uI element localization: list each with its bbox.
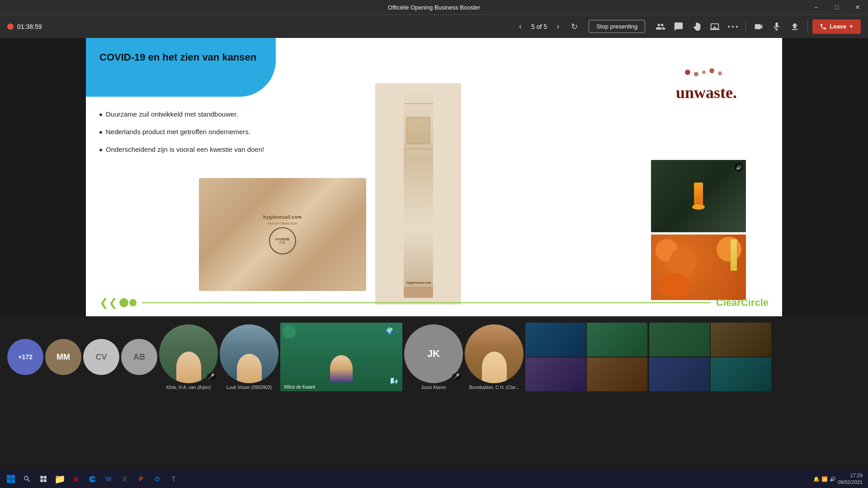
- participant-luuk-name: Luuk Visser (0950903): [226, 385, 272, 390]
- participant-arjen: 🎤 Klink, H.A. van (Arjen): [159, 324, 218, 390]
- participant-cv-avatar: CV: [83, 339, 119, 375]
- grid-tile-2: [649, 323, 771, 391]
- participant-count-avatar: +172: [7, 339, 43, 375]
- participant-joost-name: Joost Klaren: [421, 385, 446, 390]
- leave-button[interactable]: Leave ▼: [812, 19, 861, 34]
- wood-box-image: hygienezuil.com Part of ClearCircle HYGI…: [199, 178, 366, 291]
- participant-ab-avatar: AB: [121, 339, 157, 375]
- word-icon[interactable]: W: [101, 472, 116, 486]
- leave-chevron-icon: ▼: [849, 24, 854, 29]
- unwaste-logo: unwaste.: [676, 83, 737, 102]
- file-explorer-icon[interactable]: 📁: [52, 472, 67, 486]
- grid-tile-1: [525, 323, 647, 391]
- timer-display: 01:38:59: [17, 23, 42, 30]
- camera-icon[interactable]: [750, 19, 767, 35]
- outlook-icon[interactable]: O: [150, 472, 165, 486]
- bullet-text-1: Duurzame zuil ontwikkeld met standbouwer…: [106, 110, 238, 118]
- windows-start-icon[interactable]: [4, 472, 18, 486]
- product-image-top: 🔊: [651, 160, 746, 232]
- mic-icon-arjen: 🎤: [207, 373, 216, 380]
- chat-icon[interactable]: [670, 19, 687, 35]
- task-view-icon[interactable]: [36, 472, 51, 486]
- participants-bar: +172 MM CV AB 🎤 Klink, H.A. van (Arjen): [0, 316, 868, 398]
- bullet-dot: [99, 131, 102, 134]
- excel-icon[interactable]: X: [118, 472, 132, 486]
- maximize-button[interactable]: □: [826, 0, 847, 14]
- slide-bullets: Duurzame zuil ontwikkeld met standbouwer…: [99, 110, 264, 163]
- edge-icon[interactable]: [85, 472, 99, 486]
- bullet-text-2: Nederlands product met getroffen onderne…: [106, 128, 250, 136]
- slide-header-blob: [86, 38, 276, 97]
- slide-footer: ❮❮ ClearCircle: [86, 289, 782, 316]
- bullet-dot: [99, 149, 102, 151]
- hand-icon[interactable]: [689, 19, 705, 35]
- taskbar-clock[interactable]: 17:29 09/02/2021: [838, 472, 863, 486]
- slide-title: COVID-19 en het zien van kansen: [99, 52, 256, 63]
- participant-arjen-name: Klink, H.A. van (Arjen): [166, 385, 211, 390]
- participant-cv: CV: [83, 339, 119, 375]
- wood-tower-image: hygienezuil.com: [375, 83, 461, 305]
- window-title: Officiële Opening Business Booster: [388, 4, 480, 11]
- slide-navigation: ‹ 5 of 5 › ↻: [513, 19, 581, 34]
- footer-line: [142, 302, 711, 303]
- participant-ab: AB: [121, 339, 157, 375]
- bullet-text-3: Onderscheidend zijn is vooral een kwesti…: [106, 145, 264, 153]
- close-button[interactable]: ✕: [847, 0, 868, 14]
- share-screen-icon[interactable]: [707, 19, 723, 35]
- footer-leaf-icon: ❮❮: [99, 296, 118, 309]
- participant-bonebakker-name: Bonebakker, C.H. (Clar...: [469, 385, 519, 390]
- participant-joost: JK 🎤 Joost Klaren: [404, 324, 463, 390]
- svg-point-1: [732, 26, 734, 28]
- participant-wilco-tile: 🌍 🌬️ Wilco de Kwant: [280, 323, 402, 391]
- svg-point-2: [736, 26, 738, 28]
- taskbar-date: 09/02/2021: [838, 479, 863, 486]
- window-controls: − □ ✕: [806, 0, 868, 14]
- microphone-icon[interactable]: [769, 19, 785, 35]
- participant-luuk: Luuk Visser (0950903): [220, 324, 278, 390]
- bullet-3: Onderscheidend zijn is vooral een kwesti…: [99, 145, 264, 153]
- prev-slide-button[interactable]: ‹: [513, 19, 528, 34]
- unwaste-logo-text: unwaste.: [676, 84, 737, 102]
- next-slide-button[interactable]: ›: [551, 19, 565, 34]
- footer-brand-name: ClearCircle: [716, 297, 769, 309]
- participant-wilco: 🌍 🌬️ Wilco de Kwant: [280, 323, 402, 391]
- taskbar: 📁 N W X P O T 🔔 📶 🔊 17:29 09/02/2021: [0, 470, 868, 488]
- participant-count-label: +172: [18, 353, 33, 361]
- title-bar: Officiële Opening Business Booster − □ ✕: [0, 0, 868, 14]
- leave-label: Leave: [830, 23, 846, 30]
- stop-presenting-button[interactable]: Stop presenting: [589, 20, 645, 33]
- participant-bonebakker: Bonebakker, C.H. (Clar...: [465, 324, 524, 390]
- slide-container: COVID-19 en het zien van kansen Duurzame…: [86, 38, 782, 316]
- bullet-2: Nederlands product met getroffen onderne…: [99, 128, 264, 136]
- svg-point-0: [728, 26, 730, 28]
- taskbar-time: 17:29: [838, 472, 863, 479]
- participant-wilco-name: Wilco de Kwant: [284, 385, 315, 389]
- participant-bonebakker-avatar: [465, 324, 524, 383]
- recording-indicator: [7, 23, 14, 30]
- mic-icon-joost: 🎤: [452, 373, 461, 380]
- refresh-button[interactable]: ↻: [567, 19, 581, 34]
- upload-icon[interactable]: [787, 19, 803, 35]
- toolbar: 01:38:59 ‹ 5 of 5 › ↻ Stop presenting: [0, 14, 868, 38]
- sound-icon[interactable]: 🔊: [830, 476, 836, 482]
- wood-badge: HYGIËNE ZUIL: [269, 227, 296, 254]
- teams-icon[interactable]: T: [166, 472, 181, 486]
- people-icon[interactable]: [652, 19, 669, 35]
- participant-count: +172: [7, 339, 43, 375]
- search-icon[interactable]: [20, 472, 34, 486]
- product-top-visual: 🔊: [651, 160, 746, 232]
- powerpoint-icon[interactable]: P: [134, 472, 148, 486]
- more-options-icon[interactable]: [725, 19, 741, 35]
- system-tray: 🔔 📶 🔊: [813, 476, 836, 482]
- netflix-icon[interactable]: N: [69, 472, 83, 486]
- participant-luuk-avatar: [220, 324, 278, 383]
- participant-mm-avatar: MM: [45, 339, 81, 375]
- minimize-button[interactable]: −: [806, 0, 826, 14]
- network-icon[interactable]: 📶: [821, 476, 828, 482]
- bullet-1: Duurzame zuil ontwikkeld met standbouwer…: [99, 110, 264, 118]
- notification-icon[interactable]: 🔔: [813, 476, 820, 482]
- bullet-dot: [99, 113, 102, 116]
- participant-mm: MM: [45, 339, 81, 375]
- slide-counter: 5 of 5: [531, 23, 547, 30]
- toolbar-icons: Leave ▼: [652, 19, 861, 35]
